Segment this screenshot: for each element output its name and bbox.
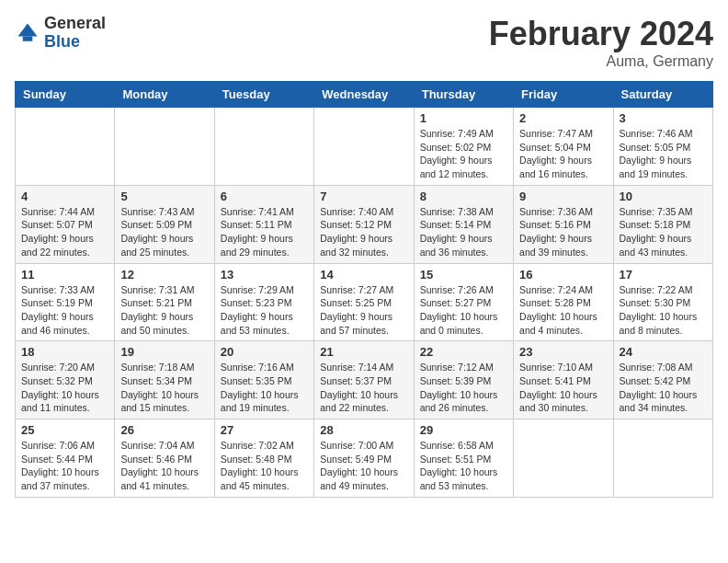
calendar-table: SundayMondayTuesdayWednesdayThursdayFrid… [15,81,713,498]
day-info: Sunrise: 7:12 AM Sunset: 5:39 PM Dayligh… [420,361,507,415]
day-info: Sunrise: 7:49 AM Sunset: 5:02 PM Dayligh… [420,127,507,181]
day-cell: 28Sunrise: 7:00 AM Sunset: 5:49 PM Dayli… [314,419,414,498]
week-row-3: 11Sunrise: 7:33 AM Sunset: 5:19 PM Dayli… [16,263,713,341]
day-number: 21 [320,345,407,359]
day-cell: 12Sunrise: 7:31 AM Sunset: 5:21 PM Dayli… [115,263,214,341]
day-number: 5 [120,190,208,203]
logo-blue-text: Blue [44,33,106,52]
day-number: 4 [21,190,108,203]
day-cell: 19Sunrise: 7:18 AM Sunset: 5:34 PM Dayli… [115,341,214,419]
day-number: 3 [620,111,707,125]
day-cell [613,419,712,498]
day-number: 23 [519,345,607,359]
calendar-subtitle: Auma, Germany [489,53,713,70]
day-info: Sunrise: 7:02 AM Sunset: 5:48 PM Dayligh… [221,439,308,493]
header-row: SundayMondayTuesdayWednesdayThursdayFrid… [16,82,713,108]
day-number: 24 [620,345,707,359]
day-info: Sunrise: 6:58 AM Sunset: 5:51 PM Dayligh… [420,439,507,493]
day-cell: 24Sunrise: 7:08 AM Sunset: 5:42 PM Dayli… [613,341,712,419]
day-cell: 26Sunrise: 7:04 AM Sunset: 5:46 PM Dayli… [115,419,214,498]
day-number: 7 [320,190,407,203]
day-info: Sunrise: 7:35 AM Sunset: 5:18 PM Dayligh… [620,205,707,259]
day-number: 8 [420,190,507,203]
day-info: Sunrise: 7:26 AM Sunset: 5:27 PM Dayligh… [420,283,507,338]
day-info: Sunrise: 7:16 AM Sunset: 5:35 PM Dayligh… [221,361,308,415]
day-number: 28 [320,423,407,437]
day-cell [314,108,414,186]
day-info: Sunrise: 7:10 AM Sunset: 5:41 PM Dayligh… [519,361,607,415]
logo-icon [15,20,40,46]
day-info: Sunrise: 7:18 AM Sunset: 5:34 PM Dayligh… [120,361,208,415]
day-number: 18 [21,345,108,359]
title-area: February 2024 Auma, Germany [489,15,713,70]
day-cell: 17Sunrise: 7:22 AM Sunset: 5:30 PM Dayli… [613,263,712,341]
header: General Blue February 2024 Auma, Germany [15,15,713,70]
day-cell: 14Sunrise: 7:27 AM Sunset: 5:25 PM Dayli… [314,263,414,341]
day-number: 11 [21,268,108,282]
day-cell: 4Sunrise: 7:44 AM Sunset: 5:07 PM Daylig… [16,185,115,263]
day-cell: 29Sunrise: 6:58 AM Sunset: 5:51 PM Dayli… [414,419,513,498]
logo-general-text: General [44,15,106,33]
svg-marker-0 [18,23,38,36]
day-info: Sunrise: 7:00 AM Sunset: 5:49 PM Dayligh… [320,439,407,493]
day-info: Sunrise: 7:38 AM Sunset: 5:14 PM Dayligh… [420,205,507,259]
day-info: Sunrise: 7:27 AM Sunset: 5:25 PM Dayligh… [320,283,407,338]
day-cell [214,108,313,186]
day-info: Sunrise: 7:08 AM Sunset: 5:42 PM Dayligh… [620,361,707,415]
day-cell: 9Sunrise: 7:36 AM Sunset: 5:16 PM Daylig… [514,185,613,263]
day-cell [514,419,613,498]
day-info: Sunrise: 7:47 AM Sunset: 5:04 PM Dayligh… [519,127,607,181]
day-cell: 6Sunrise: 7:41 AM Sunset: 5:11 PM Daylig… [214,185,313,263]
week-row-2: 4Sunrise: 7:44 AM Sunset: 5:07 PM Daylig… [16,185,713,263]
day-info: Sunrise: 7:29 AM Sunset: 5:23 PM Dayligh… [221,283,308,338]
day-number: 22 [420,345,507,359]
day-info: Sunrise: 7:06 AM Sunset: 5:44 PM Dayligh… [21,439,108,493]
day-number: 10 [620,190,707,203]
day-number: 15 [420,268,507,282]
day-number: 12 [120,268,208,282]
calendar-title: February 2024 [489,15,713,53]
day-cell: 8Sunrise: 7:38 AM Sunset: 5:14 PM Daylig… [414,185,513,263]
day-number: 2 [519,111,607,125]
day-number: 27 [221,423,308,437]
day-number: 20 [221,345,308,359]
day-cell: 3Sunrise: 7:46 AM Sunset: 5:05 PM Daylig… [613,108,712,186]
day-info: Sunrise: 7:41 AM Sunset: 5:11 PM Dayligh… [221,205,308,259]
day-number: 25 [21,423,108,437]
col-header-tuesday: Tuesday [214,82,313,108]
day-cell: 23Sunrise: 7:10 AM Sunset: 5:41 PM Dayli… [514,341,613,419]
day-cell: 25Sunrise: 7:06 AM Sunset: 5:44 PM Dayli… [16,419,115,498]
day-info: Sunrise: 7:14 AM Sunset: 5:37 PM Dayligh… [320,361,407,415]
day-cell: 2Sunrise: 7:47 AM Sunset: 5:04 PM Daylig… [514,108,613,186]
day-number: 9 [519,190,607,203]
day-cell: 18Sunrise: 7:20 AM Sunset: 5:32 PM Dayli… [16,341,115,419]
day-info: Sunrise: 7:24 AM Sunset: 5:28 PM Dayligh… [519,283,607,338]
day-number: 6 [221,190,308,203]
col-header-thursday: Thursday [414,82,513,108]
day-cell: 20Sunrise: 7:16 AM Sunset: 5:35 PM Dayli… [214,341,313,419]
day-cell: 13Sunrise: 7:29 AM Sunset: 5:23 PM Dayli… [214,263,313,341]
day-cell [16,108,115,186]
day-number: 26 [120,423,208,437]
week-row-4: 18Sunrise: 7:20 AM Sunset: 5:32 PM Dayli… [16,341,713,419]
day-cell: 7Sunrise: 7:40 AM Sunset: 5:12 PM Daylig… [314,185,414,263]
day-number: 13 [221,268,308,282]
week-row-5: 25Sunrise: 7:06 AM Sunset: 5:44 PM Dayli… [16,419,713,498]
day-info: Sunrise: 7:22 AM Sunset: 5:30 PM Dayligh… [620,283,707,338]
day-number: 19 [120,345,208,359]
col-header-monday: Monday [115,82,214,108]
day-number: 29 [420,423,507,437]
day-number: 1 [420,111,507,125]
day-cell: 15Sunrise: 7:26 AM Sunset: 5:27 PM Dayli… [414,263,513,341]
day-number: 16 [519,268,607,282]
day-info: Sunrise: 7:43 AM Sunset: 5:09 PM Dayligh… [120,205,208,259]
svg-rect-1 [23,36,33,40]
day-info: Sunrise: 7:31 AM Sunset: 5:21 PM Dayligh… [120,283,208,338]
day-cell: 1Sunrise: 7:49 AM Sunset: 5:02 PM Daylig… [414,108,513,186]
day-info: Sunrise: 7:04 AM Sunset: 5:46 PM Dayligh… [120,439,208,493]
logo: General Blue [15,15,106,52]
day-cell: 11Sunrise: 7:33 AM Sunset: 5:19 PM Dayli… [16,263,115,341]
day-info: Sunrise: 7:36 AM Sunset: 5:16 PM Dayligh… [519,205,607,259]
week-row-1: 1Sunrise: 7:49 AM Sunset: 5:02 PM Daylig… [16,108,713,186]
day-cell: 10Sunrise: 7:35 AM Sunset: 5:18 PM Dayli… [613,185,712,263]
